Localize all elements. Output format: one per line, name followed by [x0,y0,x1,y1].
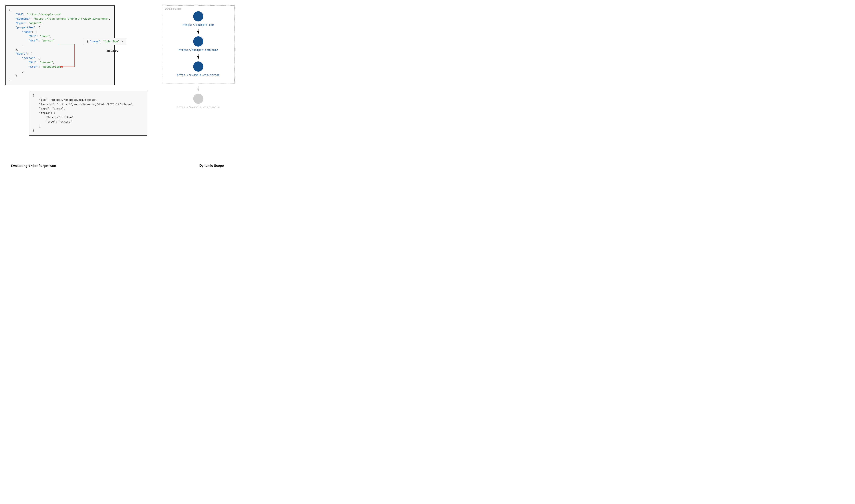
scope-node [193,61,203,72]
evaluating-label: Evaluating [11,164,29,168]
diagram-container: { "$id": "https://example.com", "$schema… [5,5,850,111]
scope-node [193,11,203,21]
scope-box-title: Dynamic Scope [165,7,232,10]
main-schema-code: { "$id": "https://example.com", "$schema… [5,5,114,85]
scope-node-uri: https://example.com [165,23,232,26]
evaluating-path: #/$defs/person [29,164,56,168]
caption-row: Evaluating #/$defs/person Dynamic Scope [5,164,224,168]
right-column: Dynamic Scope https://example.comhttps:/… [162,5,235,111]
scope-node-uri: https://example.com/name [165,48,232,52]
instance-code: { "name": "John Doe" } [84,38,126,45]
instance-label: Instance [106,49,118,52]
left-column: { "$id": "https://example.com", "$schema… [5,5,147,85]
evaluating-caption: Evaluating #/$defs/person [5,164,56,168]
scope-node-outside [193,94,203,104]
dynamic-scope-box: Dynamic Scope https://example.comhttps:/… [162,5,235,84]
people-schema-code: { "$id": "https://example.com/people", "… [29,91,147,136]
outside-scope-node: https://example.com/people [162,86,235,109]
scope-node-outside-uri: https://example.com/people [162,106,235,109]
dynamic-scope-caption: Dynamic Scope [199,164,224,168]
scope-node-uri: https://example.com/person [165,73,232,77]
arrow-down-icon [165,54,232,60]
scope-node [193,36,203,47]
arrow-down-icon [165,29,232,35]
arrow-down-icon [162,86,235,92]
